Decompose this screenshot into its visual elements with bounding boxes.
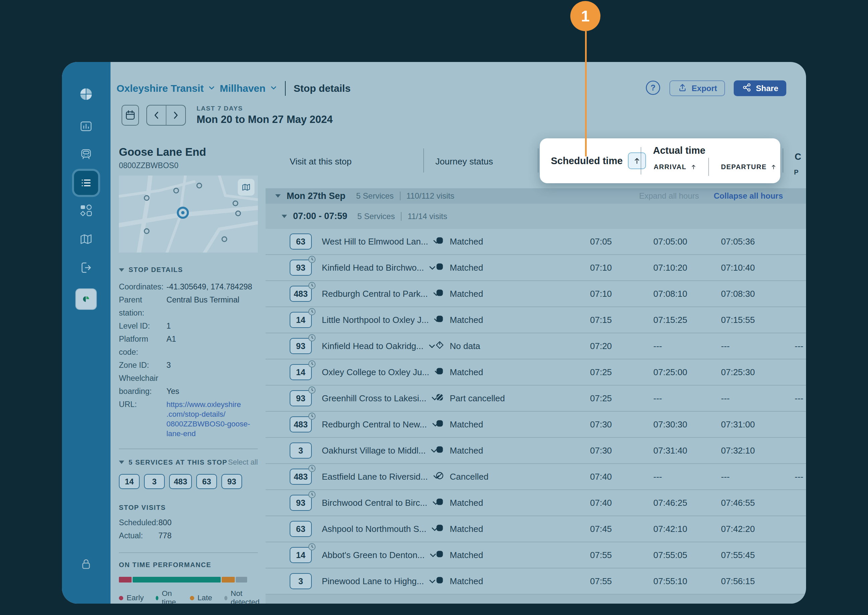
status-icon bbox=[435, 315, 444, 326]
clock-badge-icon bbox=[308, 465, 316, 472]
status-label: Cancelled bbox=[450, 471, 489, 482]
table-row[interactable]: 93 Kinfield Head to Oakridg... No data 0… bbox=[266, 333, 806, 359]
collapse-triangle-icon bbox=[119, 268, 124, 272]
col-arrival-subheader[interactable]: ARRIVAL bbox=[654, 163, 696, 171]
table-row[interactable]: 3 Oakhurst Village to Middl... Matched 0… bbox=[266, 438, 806, 464]
col-departure-subheader[interactable]: DEPARTURE bbox=[721, 163, 776, 171]
services-toggle[interactable]: 5 SERVICES AT THIS STOP bbox=[119, 459, 228, 466]
detail-label: URL: bbox=[119, 398, 167, 439]
route-badge[interactable]: 3 bbox=[290, 442, 312, 459]
otp-legend-item: Late bbox=[190, 593, 212, 602]
sidebar-partner-badge[interactable] bbox=[75, 289, 97, 310]
table-row[interactable]: 14 Little Northpool to Oxley J... Matche… bbox=[266, 307, 806, 333]
sidebar-item-analytics[interactable] bbox=[79, 119, 94, 134]
actual-arrival-cell: 07:30:30 bbox=[640, 419, 708, 430]
col-visit-header[interactable]: Visit at this stop bbox=[290, 156, 352, 167]
services-title: 5 SERVICES AT THIS STOP bbox=[129, 459, 228, 466]
next-period-button[interactable] bbox=[167, 106, 185, 125]
calendar-button[interactable] bbox=[122, 105, 139, 126]
service-chip[interactable]: 14 bbox=[119, 474, 140, 489]
chevron-down-icon[interactable] bbox=[428, 344, 436, 349]
scheduled-time-cell: 07:40 bbox=[540, 471, 640, 482]
route-badge[interactable]: 3 bbox=[290, 573, 312, 589]
status-icon bbox=[435, 576, 444, 587]
stop-details-section-header[interactable]: STOP DETAILS bbox=[119, 266, 258, 274]
status-icon bbox=[435, 393, 444, 404]
collapse-triangle-icon bbox=[275, 194, 281, 198]
detail-label: Coordinates: bbox=[119, 280, 167, 293]
status-icon bbox=[435, 471, 444, 482]
status-label: Matched bbox=[450, 367, 483, 378]
prev-period-button[interactable] bbox=[147, 106, 167, 125]
sidebar-item-map[interactable] bbox=[79, 232, 94, 247]
otp-legend-item: Not detected bbox=[224, 589, 261, 604]
table-row[interactable]: 3 Pinewood Lane to Highg... Matched 07:5… bbox=[266, 568, 806, 595]
sort-ascending-button[interactable] bbox=[628, 152, 646, 169]
stop-visits-rows: Scheduled:800Actual:778 bbox=[119, 516, 258, 542]
lock-icon[interactable] bbox=[79, 557, 94, 571]
sidebar-item-vehicles[interactable] bbox=[79, 147, 94, 161]
stop-url-link[interactable]: https://www.oxleyshire.com/stop-details/… bbox=[167, 398, 250, 439]
visit-count-value: 800 bbox=[158, 516, 171, 529]
table-row[interactable]: 14 Abbot's Green to Denton... Matched 07… bbox=[266, 542, 806, 568]
table-row[interactable]: 483 Eastfield Lane to Riversid... Cancel… bbox=[266, 464, 806, 490]
table-row[interactable]: 93 Greenhill Cross to Lakesi... Part can… bbox=[266, 386, 806, 412]
service-chip[interactable]: 3 bbox=[144, 474, 165, 489]
actual-arrival-cell: 07:05:00 bbox=[640, 236, 708, 247]
chevron-down-icon[interactable] bbox=[208, 86, 215, 91]
actual-arrival-cell: 07:55:10 bbox=[640, 576, 708, 587]
expand-all-hours-link[interactable]: Expand all hours bbox=[639, 191, 699, 201]
hour-group-row[interactable]: 07:00 - 07:59 5 Services 11/14 visits bbox=[266, 204, 806, 229]
services-section-header: 5 SERVICES AT THIS STOP Select all bbox=[119, 458, 258, 467]
next-hour-group-row-clipped[interactable]: 08:00 - 08:59 bbox=[266, 595, 806, 604]
visit-cell: 14 Little Northpool to Oxley J... bbox=[266, 312, 435, 328]
route-badge[interactable]: 63 bbox=[290, 234, 312, 250]
col-journey-header[interactable]: Journey status bbox=[435, 156, 493, 167]
route-badge[interactable]: 63 bbox=[290, 521, 312, 537]
expand-map-button[interactable] bbox=[238, 179, 254, 196]
actual-arrival-cell: 07:46:25 bbox=[640, 498, 708, 508]
scheduled-time-cell: 07:55 bbox=[540, 576, 640, 587]
journey-status-cell: Matched bbox=[435, 315, 540, 326]
visit-count-label: Actual: bbox=[119, 529, 158, 542]
breadcrumb-org[interactable]: Oxleyshire Transit bbox=[117, 83, 204, 94]
status-icon bbox=[435, 498, 444, 509]
clipped-extra-cell: --- bbox=[780, 341, 806, 351]
actual-arrival-cell: 07:15:25 bbox=[640, 315, 708, 325]
route-name: Oxley College to Oxley Ju... bbox=[322, 367, 429, 378]
service-chip[interactable]: 63 bbox=[196, 474, 217, 489]
select-all-link[interactable]: Select all bbox=[228, 458, 258, 467]
journey-status-cell: Matched bbox=[435, 498, 540, 509]
actual-arrival-cell: 07:08:10 bbox=[640, 289, 708, 299]
otp-segment-not-detected bbox=[236, 577, 247, 582]
visit-cell: 93 Birchwood Central to Birc... bbox=[266, 495, 435, 511]
table-row[interactable]: 93 Birchwood Central to Birc... Matched … bbox=[266, 490, 806, 516]
scheduled-time-cell: 07:30 bbox=[540, 419, 640, 430]
table-row[interactable]: 14 Oxley College to Oxley Ju... Matched … bbox=[266, 359, 806, 386]
route-name: Ashpool to Northmouth S... bbox=[322, 524, 426, 534]
visit-cell: 63 Ashpool to Northmouth S... bbox=[266, 521, 435, 537]
journey-status-cell: No data bbox=[435, 341, 540, 352]
service-chip[interactable]: 483 bbox=[169, 474, 192, 489]
day-group-row[interactable]: Mon 27th Sep 5 Services 110/112 visits E… bbox=[266, 188, 806, 204]
table-row[interactable]: 483 Redburgh Central to Park... Matched … bbox=[266, 281, 806, 307]
chevron-down-icon[interactable] bbox=[429, 265, 436, 270]
detail-row: Platform code:A1 bbox=[119, 332, 258, 359]
chevron-down-icon[interactable] bbox=[429, 579, 436, 584]
table-row[interactable]: 63 West Hill to Elmwood Lan... Matched 0… bbox=[266, 229, 806, 255]
legend-dot-icon bbox=[156, 596, 158, 600]
sidebar-item-stop-details-active[interactable] bbox=[74, 171, 98, 195]
col-scheduled-header[interactable]: Scheduled time bbox=[551, 155, 623, 167]
table-row[interactable]: 63 Ashpool to Northmouth S... Matched 07… bbox=[266, 516, 806, 542]
collapse-all-hours-link[interactable]: Collapse all hours bbox=[714, 191, 783, 201]
sidebar-item-sign-out[interactable] bbox=[79, 260, 94, 275]
detail-row: Zone ID:3 bbox=[119, 359, 258, 372]
sidebar-item-blocks[interactable] bbox=[79, 203, 94, 218]
breadcrumb-region[interactable]: Millhaven bbox=[220, 83, 266, 94]
otp-stacked-bar bbox=[119, 577, 247, 582]
table-row[interactable]: 483 Redburgh Central to New... Matched 0… bbox=[266, 412, 806, 438]
mini-map[interactable] bbox=[119, 175, 258, 253]
detail-label: boarding: bbox=[119, 385, 167, 398]
table-row[interactable]: 93 Kinfield Head to Birchwo... Matched 0… bbox=[266, 255, 806, 281]
service-chip[interactable]: 93 bbox=[221, 474, 242, 489]
